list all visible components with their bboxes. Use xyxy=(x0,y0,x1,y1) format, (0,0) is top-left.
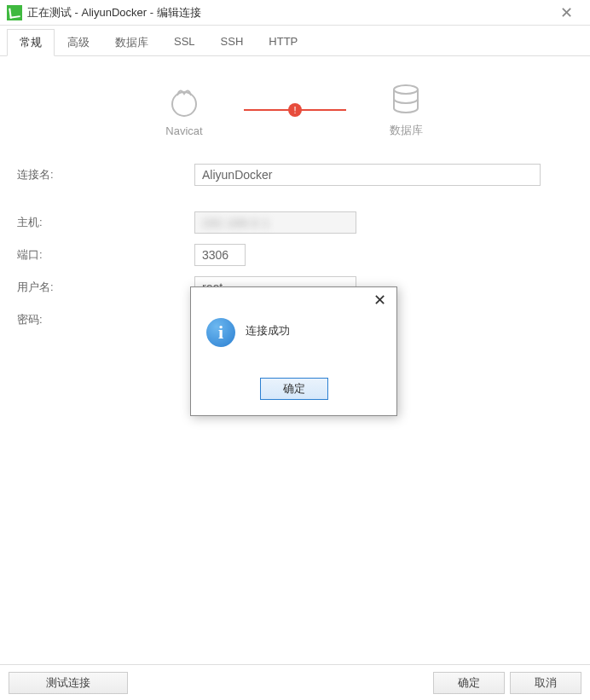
tab-ssh[interactable]: SSH xyxy=(208,29,257,55)
svg-point-1 xyxy=(394,85,418,94)
username-label: 用户名: xyxy=(17,280,194,295)
tab-general[interactable]: 常规 xyxy=(7,29,55,56)
tab-http[interactable]: HTTP xyxy=(256,29,310,55)
info-icon: i xyxy=(206,318,235,347)
connection-name-label: 连接名: xyxy=(17,167,194,182)
connection-status-badge: ! xyxy=(288,103,302,117)
window-close-button[interactable]: ✕ xyxy=(549,1,583,25)
titlebar: 正在测试 - AliyunDocker - 编辑连接 ✕ xyxy=(0,0,590,26)
connection-name-input[interactable] xyxy=(194,164,541,186)
dialog-ok-button[interactable]: 确定 xyxy=(260,378,328,400)
bottom-toolbar: 测试连接 确定 取消 xyxy=(0,664,590,700)
tab-advanced[interactable]: 高级 xyxy=(55,29,102,55)
window-title: 正在测试 - AliyunDocker - 编辑连接 xyxy=(27,5,549,20)
tab-ssl[interactable]: SSL xyxy=(161,29,208,55)
host-label: 主机: xyxy=(17,215,194,230)
port-input[interactable] xyxy=(194,244,246,266)
message-dialog: ✕ i 连接成功 确定 xyxy=(190,286,397,416)
password-label: 密码: xyxy=(17,312,194,327)
dialog-message: 连接成功 xyxy=(246,318,290,338)
database-icon xyxy=(389,82,423,116)
port-label: 端口: xyxy=(17,247,194,263)
app-icon xyxy=(7,5,22,20)
connection-diagram: Navicat ! 数据库 xyxy=(17,82,573,138)
host-input[interactable]: 192.168.0.1 xyxy=(194,211,356,234)
test-connection-button[interactable]: 测试连接 xyxy=(9,672,128,694)
connection-line: ! xyxy=(244,109,346,111)
ok-button[interactable]: 确定 xyxy=(433,672,505,694)
cancel-button[interactable]: 取消 xyxy=(510,672,581,694)
svg-point-0 xyxy=(172,92,196,116)
diagram-navicat: Navicat xyxy=(124,84,244,137)
navicat-icon xyxy=(167,84,201,118)
tab-database[interactable]: 数据库 xyxy=(102,29,161,55)
diagram-navicat-label: Navicat xyxy=(165,124,202,137)
diagram-database: 数据库 xyxy=(346,82,466,138)
tab-bar: 常规 高级 数据库 SSL SSH HTTP xyxy=(0,29,590,56)
dialog-close-button[interactable]: ✕ xyxy=(369,291,390,310)
diagram-database-label: 数据库 xyxy=(390,123,423,138)
